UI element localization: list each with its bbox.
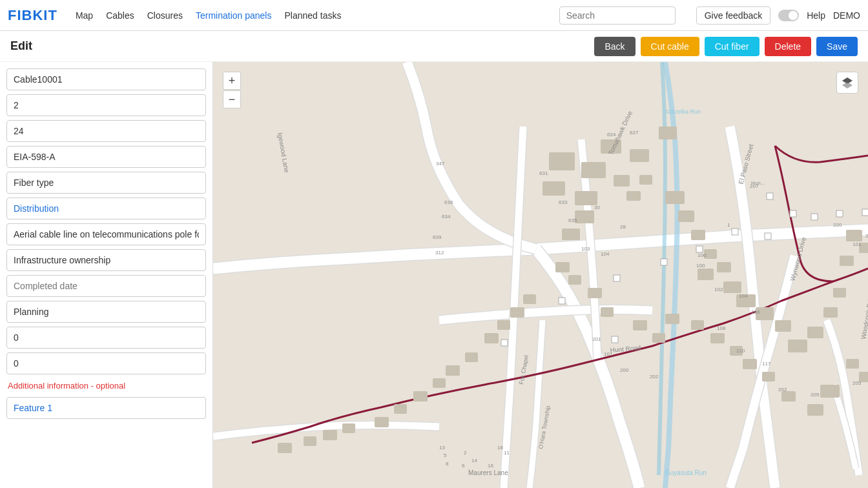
svg-text:100: 100 [696, 263, 705, 269]
distribution-field[interactable]: Distribution [6, 198, 206, 219]
svg-rect-26 [626, 191, 641, 201]
svg-text:Guyasuta Run: Guyasuta Run [665, 469, 707, 476]
svg-rect-62 [665, 314, 679, 324]
svg-rect-66 [588, 288, 602, 298]
svg-rect-20 [630, 149, 649, 162]
svg-rect-23 [575, 210, 594, 223]
cut-fiber-button[interactable]: Cut fiber [705, 37, 760, 56]
toggle-switch[interactable] [778, 10, 799, 21]
header-right: Give feedback Help DEMO [696, 6, 860, 25]
completed-date-field[interactable] [6, 275, 206, 297]
infrastructure-ownership-field[interactable] [6, 249, 206, 271]
main-layout: Distribution Additional information - op… [0, 62, 868, 488]
svg-rect-34 [723, 281, 741, 293]
zoom-out-button[interactable]: − [223, 90, 241, 108]
svg-rect-15 [612, 336, 618, 343]
layer-button[interactable] [836, 72, 858, 94]
svg-text:108: 108 [717, 325, 726, 331]
svg-rect-72 [484, 333, 499, 343]
edit-bar: Edit Back Cut cable Cut fiber Delete Sav… [0, 31, 868, 62]
layers-icon [841, 76, 854, 89]
svg-rect-27 [639, 175, 652, 185]
svg-text:220: 220 [833, 222, 842, 228]
svg-text:634: 634 [442, 214, 451, 219]
nav-cables[interactable]: Cables [106, 10, 134, 21]
svg-rect-43 [846, 230, 862, 241]
cable-name-field[interactable] [6, 68, 206, 90]
svg-rect-25 [614, 175, 630, 187]
svg-text:Gorzelka Run: Gorzelka Run [665, 108, 701, 115]
field-zero-2[interactable] [6, 352, 206, 374]
svg-rect-9 [765, 233, 771, 239]
logo[interactable]: FIBKIT [8, 7, 57, 24]
field-zero-1[interactable] [6, 327, 206, 349]
svg-text:631: 631 [539, 170, 548, 176]
svg-text:104: 104 [601, 251, 610, 257]
svg-rect-28 [665, 191, 685, 204]
demo-button[interactable]: DEMO [833, 10, 860, 21]
svg-rect-53 [846, 359, 859, 369]
cut-cable-button[interactable]: Cut cable [641, 37, 699, 56]
map-area[interactable]: Tomahawk Drive El Paso Street Wynwood Dr… [213, 62, 868, 488]
planning-field[interactable] [6, 301, 206, 323]
svg-text:101: 101 [852, 241, 862, 247]
nav-planned-tasks[interactable]: Planned tasks [284, 10, 341, 21]
svg-rect-80 [323, 430, 337, 440]
svg-text:202: 202 [650, 374, 659, 380]
svg-rect-30 [691, 230, 705, 240]
svg-rect-79 [342, 423, 355, 433]
svg-text:100: 100 [698, 252, 707, 258]
svg-text:30: 30 [594, 205, 600, 210]
svg-rect-54 [820, 385, 840, 398]
eia-field[interactable] [6, 146, 206, 168]
svg-text:633: 633 [559, 199, 568, 205]
save-button[interactable]: Save [816, 37, 858, 56]
svg-rect-4 [836, 210, 843, 217]
svg-rect-10 [696, 246, 703, 252]
zoom-in-button[interactable]: + [223, 72, 241, 90]
svg-rect-63 [652, 333, 665, 343]
nav-closures[interactable]: Closures [147, 10, 183, 21]
svg-text:627: 627 [630, 130, 639, 136]
give-feedback-button[interactable]: Give feedback [696, 6, 771, 25]
field-24[interactable] [6, 120, 206, 142]
svg-text:Hun...: Hun... [751, 180, 765, 186]
svg-rect-18 [542, 181, 565, 196]
additional-info-label: Additional information - optional [6, 378, 206, 393]
svg-rect-68 [555, 262, 570, 272]
svg-rect-12 [614, 275, 620, 281]
svg-text:5: 5 [444, 452, 447, 458]
svg-rect-41 [833, 288, 846, 298]
feature-field[interactable]: Feature 1 [6, 397, 206, 419]
field-2[interactable] [6, 94, 206, 116]
svg-rect-81 [304, 436, 316, 446]
svg-rect-16 [549, 152, 575, 170]
svg-text:101: 101 [604, 351, 613, 357]
svg-rect-75 [433, 378, 446, 388]
svg-rect-37 [775, 320, 791, 332]
svg-text:205: 205 [811, 392, 820, 398]
search-input[interactable] [559, 6, 676, 25]
svg-text:13: 13 [439, 445, 445, 451]
description-field[interactable] [6, 223, 206, 245]
delete-button[interactable]: Delete [765, 37, 811, 56]
help-link[interactable]: Help [807, 10, 825, 21]
svg-text:117: 117 [762, 361, 771, 367]
back-button[interactable]: Back [594, 37, 635, 56]
nav-map[interactable]: Map [76, 10, 93, 21]
svg-rect-42 [840, 256, 854, 266]
svg-rect-38 [788, 340, 807, 352]
svg-rect-65 [601, 307, 614, 317]
svg-text:205: 205 [852, 380, 862, 386]
map-controls: + − [223, 72, 241, 108]
fiber-type-field[interactable] [6, 172, 206, 194]
nav-termination-panels[interactable]: Termination panels [196, 10, 272, 21]
svg-text:347: 347 [436, 161, 445, 167]
svg-rect-70 [510, 307, 524, 318]
svg-rect-22 [575, 191, 597, 205]
svg-rect-77 [394, 404, 407, 414]
svg-rect-58 [743, 359, 757, 369]
svg-rect-33 [717, 262, 731, 272]
svg-rect-1 [767, 193, 773, 199]
svg-rect-11 [661, 259, 667, 265]
